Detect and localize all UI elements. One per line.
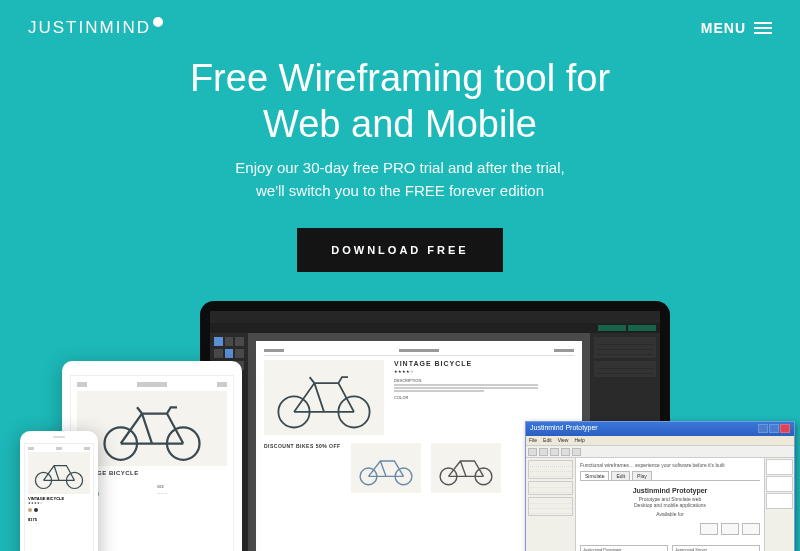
hero-title: Free Wireframing tool for Web and Mobile — [20, 56, 780, 147]
discount-bike-1 — [351, 443, 421, 493]
window-thumbnails — [764, 458, 794, 551]
minimize-icon — [758, 424, 768, 433]
device-mockups: VINTAGE BICYCLE ★★★★☆ DESCRIPTION COLOR … — [0, 271, 800, 551]
rating-stars: ★★★★☆ — [394, 369, 574, 374]
phone-mockup: VINTAGE BICYCLE ★★★★☆ $175 — [20, 431, 98, 551]
maximize-icon — [769, 424, 779, 433]
brand-text: JUSTINMIND — [28, 18, 151, 38]
brand-dot-icon — [153, 17, 163, 27]
window-left-panel — [526, 458, 576, 551]
hero-section: Free Wireframing tool for Web and Mobile… — [0, 56, 800, 272]
app-titlebar — [210, 311, 660, 323]
app-toolbar — [210, 323, 660, 333]
site-header: JUSTINMIND MENU — [0, 0, 800, 56]
discount-label: DISCOUNT BIKES 50% OFF — [264, 443, 341, 449]
phone-screen: VINTAGE BICYCLE ★★★★☆ $175 — [24, 443, 94, 551]
hamburger-icon — [754, 22, 772, 34]
window-titlebar: Justinmind Prototyper — [526, 422, 794, 436]
tablet-product-image — [77, 391, 227, 466]
window-menubar[interactable]: File Edit View Help — [526, 436, 794, 446]
download-free-button[interactable]: DOWNLOAD FREE — [297, 228, 502, 272]
legacy-app-window: Justinmind Prototyper File Edit View Hel… — [525, 421, 795, 551]
window-toolbar — [526, 446, 794, 458]
window-heading: Justinmind Prototyper — [580, 487, 760, 494]
phone-product-image — [28, 452, 90, 494]
discount-bike-2 — [431, 443, 501, 493]
menu-label: MENU — [701, 20, 746, 36]
hero-subtitle: Enjoy our 30-day free PRO trial and afte… — [20, 157, 780, 202]
menu-button[interactable]: MENU — [701, 20, 772, 36]
brand-logo[interactable]: JUSTINMIND — [28, 18, 163, 38]
product-image — [264, 360, 384, 435]
tablet-product-name: VINTAGE BICYCLE — [77, 470, 227, 476]
tablet-rating: ★★★★☆ — [77, 477, 227, 482]
close-icon — [780, 424, 790, 433]
tablet-price: $175 — [77, 504, 227, 510]
product-name: VINTAGE BICYCLE — [394, 360, 574, 367]
window-controls[interactable] — [758, 424, 790, 434]
window-tabs[interactable]: Simulate Edit Play — [580, 471, 760, 481]
window-main-canvas: Functional wireframes… experience your s… — [576, 458, 764, 551]
